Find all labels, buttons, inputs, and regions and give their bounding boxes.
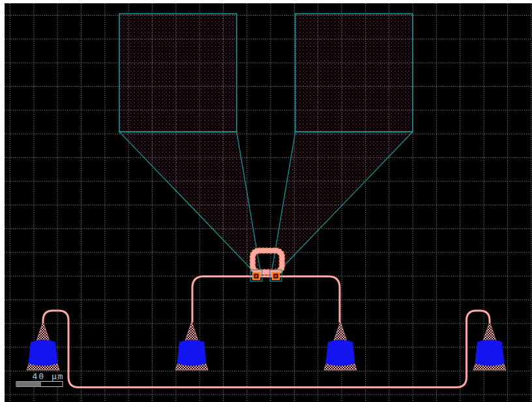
coupler-grating-fan	[29, 340, 58, 366]
layout-viewport[interactable]: 40 µm	[0, 0, 532, 402]
via-core-dot	[256, 275, 257, 277]
coupler-grating-fan	[475, 340, 505, 366]
coupler-grating-fan	[326, 340, 355, 366]
via-core-dot	[275, 275, 276, 277]
probe-pad[interactable]	[295, 14, 413, 132]
scale-bar-label: 40 µm	[32, 371, 64, 381]
canvas-background	[5, 3, 532, 402]
scale-bar-filled-half	[16, 382, 41, 387]
coupler-grating-fan	[177, 340, 207, 366]
layout-canvas[interactable]: 40 µm	[0, 0, 532, 402]
probe-pad[interactable]	[119, 14, 237, 132]
